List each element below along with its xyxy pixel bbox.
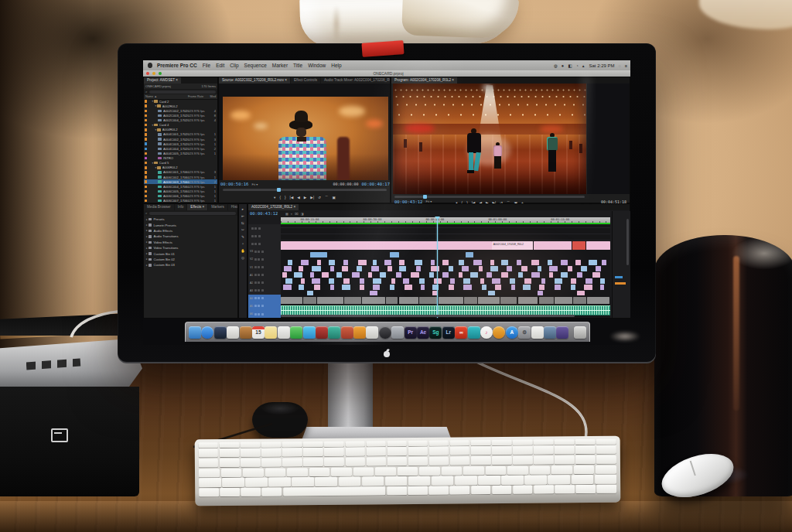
- timeline-clip-cut[interactable]: [405, 285, 412, 290]
- key[interactable]: [507, 466, 528, 474]
- track-toggle[interactable]: [261, 281, 264, 284]
- key[interactable]: [432, 476, 454, 485]
- tool-button[interactable]: ⇤: [241, 214, 244, 218]
- key[interactable]: [492, 456, 512, 465]
- dock-icon-app-red-mug[interactable]: [316, 326, 328, 339]
- key[interactable]: [551, 466, 572, 474]
- track-header-a6[interactable]: A6: [248, 310, 281, 318]
- dock-icon-app-amber[interactable]: [493, 326, 505, 339]
- timeline-clip-cut[interactable]: [517, 260, 522, 265]
- key[interactable]: [303, 448, 323, 456]
- timeline-clip-pink[interactable]: [572, 241, 585, 250]
- track-header-a2[interactable]: A2: [248, 279, 281, 287]
- timeline-clip-cut[interactable]: [285, 278, 292, 284]
- timeline-clip-cut[interactable]: [541, 278, 546, 284]
- dock-icon-facetime[interactable]: [303, 326, 316, 339]
- key[interactable]: [362, 477, 384, 486]
- timeline-clip-cut[interactable]: [488, 291, 495, 295]
- timeline-clip-cut[interactable]: [343, 278, 350, 284]
- timeline-clip-cut[interactable]: [403, 278, 410, 284]
- timeline-clip-cut[interactable]: [571, 285, 575, 290]
- key[interactable]: [441, 466, 462, 475]
- timeline-toolbar-icons[interactable]: ▦⌖⌧◨: [285, 212, 303, 216]
- timeline-clip-gray[interactable]: [419, 297, 437, 304]
- timeline-playhead[interactable]: [437, 217, 438, 318]
- key[interactable]: [339, 477, 361, 486]
- effects-bin-row[interactable]: ▸Audio Transitions: [144, 234, 237, 239]
- track-toggle[interactable]: [261, 274, 264, 276]
- key[interactable]: [243, 468, 264, 476]
- dock-icon-app-drive[interactable]: [391, 326, 404, 339]
- track-toggle[interactable]: [261, 297, 264, 299]
- key[interactable]: [375, 467, 396, 476]
- key[interactable]: [282, 442, 302, 447]
- dock-icon-itunes[interactable]: ♪: [480, 326, 493, 339]
- timeline-clip-cut[interactable]: [459, 260, 464, 265]
- timeline-clip-gray[interactable]: [386, 297, 398, 304]
- timeline-clip-cut[interactable]: [283, 285, 291, 290]
- timeline-clip-gray[interactable]: [344, 297, 360, 304]
- dock-icon-app-teal[interactable]: [328, 326, 340, 339]
- key[interactable]: [596, 445, 616, 454]
- key[interactable]: [485, 466, 506, 475]
- window-title-bar[interactable]: ONECARD.prproj: [143, 70, 630, 77]
- key[interactable]: [534, 445, 554, 454]
- timeline-clip-cut[interactable]: [342, 285, 350, 290]
- key[interactable]: [324, 458, 344, 466]
- track-toggle[interactable]: [254, 305, 257, 307]
- timeline-clip-cut[interactable]: [284, 266, 291, 271]
- key[interactable]: [397, 467, 418, 476]
- key[interactable]: [268, 478, 291, 486]
- menu-marker[interactable]: Marker: [272, 63, 288, 68]
- timeline-clip-cut[interactable]: [531, 272, 540, 278]
- timeline-clip-cut[interactable]: [479, 266, 483, 271]
- timeline-clip-cut[interactable]: [480, 278, 484, 284]
- dock-icon-lightroom[interactable]: Lr: [442, 326, 455, 339]
- timeline-clip-cut[interactable]: [371, 266, 379, 271]
- source-fit-dropdown[interactable]: Fit ▾: [251, 182, 258, 186]
- timeline-clip-cut[interactable]: [507, 266, 512, 271]
- tool-button[interactable]: ◎: [241, 256, 244, 260]
- timeline-clip-cut[interactable]: [462, 266, 469, 271]
- status-icon[interactable]: ◧: [568, 63, 572, 68]
- key[interactable]: [261, 442, 282, 447]
- key[interactable]: [548, 476, 570, 484]
- key[interactable]: [513, 486, 533, 494]
- timeline-clip-cut[interactable]: [571, 278, 576, 284]
- key[interactable]: [245, 478, 268, 486]
- timeline-clip-cut[interactable]: [368, 272, 372, 278]
- key[interactable]: [241, 488, 261, 496]
- dock-icon-premiere[interactable]: Pr: [405, 326, 417, 339]
- track-header[interactable]: [248, 240, 281, 247]
- key[interactable]: [241, 448, 261, 457]
- key[interactable]: [478, 476, 500, 484]
- timeline-clip-cut[interactable]: [549, 272, 553, 278]
- source-transport-button[interactable]: }: [285, 196, 286, 200]
- track-header-a5[interactable]: A5: [248, 302, 281, 310]
- track-toggle[interactable]: [251, 243, 254, 245]
- apple-keyboard[interactable]: [195, 436, 621, 506]
- key[interactable]: [471, 486, 491, 494]
- dock-icon-speedgrade[interactable]: Sg: [429, 326, 442, 339]
- timeline-clip-cut[interactable]: [602, 260, 606, 265]
- dock-icon-app-white[interactable]: [278, 326, 290, 339]
- menu-window[interactable]: Window: [308, 63, 326, 68]
- timeline-clip-cut[interactable]: [577, 291, 584, 295]
- timeline-clip-cut[interactable]: [384, 260, 391, 265]
- dock-icon-app-white-pen[interactable]: [366, 326, 378, 339]
- tab-history[interactable]: History: [228, 204, 237, 210]
- key[interactable]: [408, 486, 428, 495]
- timeline-clip-cut[interactable]: [510, 278, 515, 284]
- track-toggle[interactable]: [261, 313, 264, 315]
- track-toggle[interactable]: [261, 251, 264, 253]
- key[interactable]: [455, 476, 477, 485]
- timeline-clip-gray[interactable]: [478, 297, 500, 304]
- key[interactable]: [220, 448, 240, 457]
- effects-bin-row[interactable]: ▸Video Transitions: [144, 245, 237, 251]
- timeline-clip-cut[interactable]: [518, 272, 523, 278]
- track-toggle[interactable]: [261, 266, 264, 268]
- timeline-clip-cut[interactable]: [524, 278, 531, 284]
- key[interactable]: [199, 488, 219, 496]
- close-window-button[interactable]: [146, 72, 149, 75]
- twirl-icon[interactable]: ▸: [146, 257, 148, 261]
